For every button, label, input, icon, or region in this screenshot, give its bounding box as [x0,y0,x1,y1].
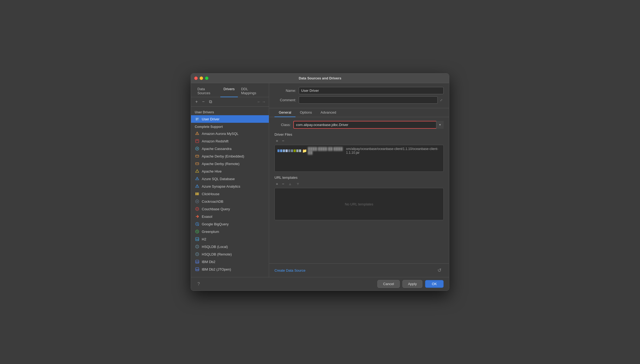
section-user-drivers: User Drivers [191,109,269,115]
comment-expand-button[interactable]: ⤢ [439,97,444,103]
cancel-button[interactable]: Cancel [377,280,399,288]
list-item-hsqldb-remote[interactable]: HSQLDB (Remote) [191,250,269,258]
apache-hive-icon [195,169,200,174]
amazon-aurora-icon [195,131,200,136]
driver-file-item[interactable]: 📁 ████ ████ ██ ████ ██ om/alipay/oceanba… [276,146,442,155]
google-bigquery-icon [195,222,200,226]
apache-hive-label: Apache Hive [202,169,222,173]
class-label: Class: [274,123,291,127]
maximize-button[interactable] [205,76,208,80]
class-input[interactable] [293,121,444,129]
url-templates-add-button[interactable]: + [274,181,280,186]
tab-general[interactable]: General [274,108,295,117]
url-templates-area: No URL templates [274,188,444,220]
list-item-hsqldb-local[interactable]: HSQLDB (Local) [191,243,269,250]
tab-ddl-mappings[interactable]: DDL Mappings [238,85,266,97]
list-item-google-bigquery[interactable]: Google BigQuery [191,220,269,228]
tab-options[interactable]: Options [295,108,316,117]
tab-data-sources[interactable]: Data Sources [194,85,220,97]
tab-content-general: Class: ▼ Driver Files + − [269,117,449,263]
list-item-apache-hive[interactable]: Apache Hive [191,167,269,175]
driver-files-add-button[interactable]: + [274,138,280,143]
h2-label: H2 [202,237,206,241]
list-item-apache-cassandra[interactable]: Apache Cassandra [191,145,269,152]
h2-icon: H2 [195,237,200,242]
apache-cassandra-label: Apache Cassandra [202,147,232,151]
exasol-label: Exasol [202,215,212,219]
amazon-redshift-label: Amazon Redshift [202,139,228,143]
tab-advanced[interactable]: Advanced [316,108,340,117]
azure-synapse-icon [195,184,200,189]
remove-button[interactable]: − [201,99,206,105]
nav-forward-button[interactable]: → [262,100,266,104]
ibm-db2-icon: IBM [195,259,200,264]
url-templates-down-button[interactable]: ▼ [294,181,301,186]
list-item-couchbase[interactable]: Couchbase Query [191,205,269,213]
svg-rect-2 [196,119,198,120]
cockroachdb-label: CockroachDB [202,200,223,204]
apache-derby-remote-label: Apache Derby (Remote) [202,162,239,166]
apply-button[interactable]: Apply [402,280,423,288]
list-item-apache-derby-embedded[interactable]: Apache Derby (Embedded) [191,152,269,160]
list-item-azure-synapse[interactable]: Azure Synapse Analytics [191,183,269,190]
file-path-blurred: ████ ████ ██ ████ ██ [308,147,344,155]
svg-point-22 [196,208,198,210]
copy-button[interactable]: ⧉ [208,99,213,105]
azure-sql-icon [195,176,200,181]
name-input[interactable] [299,87,444,94]
list-item-exasol[interactable]: Exasol [191,213,269,220]
comment-input[interactable] [299,96,438,104]
bottom-bar: Create Data Source ↺ [269,263,449,277]
list-item-amazon-aurora[interactable]: Amazon Aurora MySQL [191,130,269,137]
minimize-button[interactable] [200,76,203,80]
svg-rect-1 [196,118,199,119]
class-dropdown-button[interactable]: ▼ [436,121,444,129]
list-item-apache-derby-remote[interactable]: Apache Derby (Remote) [191,160,269,167]
list-item-h2[interactable]: H2 H2 [191,235,269,243]
add-button[interactable]: + [194,99,199,105]
comment-label: Comment: [274,98,296,102]
svg-line-7 [196,140,197,141]
title-bar: Data Sources and Drivers [191,74,449,83]
close-button[interactable] [194,76,198,80]
reset-button[interactable]: ↺ [435,266,444,274]
list-item-user-driver[interactable]: User Driver [191,115,269,123]
dialog-footer: ? Cancel Apply OK [191,277,449,290]
list-item-clickhouse[interactable]: ClickHouse [191,190,269,198]
svg-rect-18 [197,192,198,195]
url-templates-remove-button[interactable]: − [281,181,286,186]
list-item-amazon-redshift[interactable]: Amazon Redshift [191,137,269,145]
list-item-ibm-db2-jtopen[interactable]: IBM IBM Db2 (JTOpen) [191,265,269,273]
list-item-greenplum[interactable]: Greenplum [191,228,269,235]
amazon-aurora-label: Amazon Aurora MySQL [202,132,239,136]
ibm-db2-label: IBM Db2 [202,260,215,264]
driver-files-remove-button[interactable]: − [281,138,286,143]
left-toolbar: + − ⧉ ← → [191,97,269,107]
svg-point-10 [197,148,198,149]
google-bigquery-label: Google BigQuery [202,222,229,226]
driver-files-label: Driver Files [274,132,444,136]
clickhouse-icon [195,191,200,196]
class-row: Class: ▼ [274,121,444,129]
ibm-db2-jtopen-icon: IBM [195,267,200,272]
list-item-azure-sql[interactable]: Azure SQL Database [191,175,269,183]
create-data-source-link[interactable]: Create Data Source [274,268,433,272]
svg-text:H2: H2 [196,238,199,241]
tab-drivers[interactable]: Drivers [220,85,238,97]
hsqldb-remote-label: HSQLDB (Remote) [202,252,232,256]
apache-cassandra-icon [195,146,200,151]
cockroachdb-icon [195,199,200,204]
ok-button[interactable]: OK [425,280,444,288]
nav-back-button[interactable]: ← [257,100,261,104]
data-sources-drivers-dialog: Data Sources and Drivers Data Sources Dr… [191,73,449,291]
hsqldb-remote-icon [195,252,200,257]
azure-synapse-label: Azure Synapse Analytics [202,184,240,188]
list-item-ibm-db2[interactable]: IBM IBM Db2 [191,258,269,265]
list-item-cockroachdb[interactable]: CockroachDB [191,198,269,205]
svg-text:IBM: IBM [196,269,199,271]
url-templates-up-button[interactable]: ▲ [287,181,294,186]
amazon-redshift-icon [195,139,200,144]
help-button[interactable]: ? [196,281,201,288]
svg-point-36 [196,253,199,256]
driver-list: User Drivers User Driver Complete Suppor… [191,107,269,277]
